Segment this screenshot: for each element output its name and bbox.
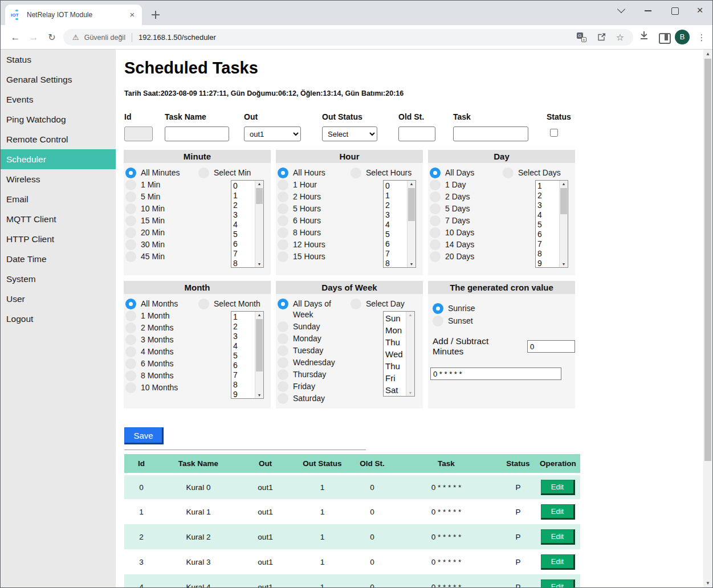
radio-option[interactable]: 14 Days xyxy=(430,239,474,250)
radio-option[interactable]: 45 Min xyxy=(125,251,180,262)
radio-option[interactable]: 5 Min xyxy=(125,191,180,202)
radio-unselected[interactable] xyxy=(125,382,136,393)
scroll-down-icon[interactable]: ▼ xyxy=(703,581,712,586)
list-option[interactable]: 2 xyxy=(537,191,559,201)
radio-option[interactable]: All Days xyxy=(430,168,474,178)
list-option[interactable]: 7 xyxy=(385,249,407,259)
radio-unselected[interactable] xyxy=(125,215,136,226)
radio-option[interactable]: 10 Days xyxy=(430,227,474,238)
minutes-input[interactable] xyxy=(527,340,575,353)
radio-option[interactable]: Saturday xyxy=(278,393,349,404)
list-scrollbar-thumb[interactable] xyxy=(256,319,263,371)
radio-option[interactable]: 6 Hours xyxy=(278,215,325,226)
radio-selected[interactable] xyxy=(125,168,136,178)
edit-button[interactable]: Edit xyxy=(541,579,575,588)
list-option[interactable]: 1 xyxy=(385,191,407,201)
list-scrollbar-thumb[interactable] xyxy=(256,188,263,204)
radio-selected[interactable] xyxy=(278,299,288,309)
list-option[interactable]: 1 xyxy=(233,191,255,201)
radio-option[interactable]: 5 Hours xyxy=(278,203,325,214)
list-option[interactable]: 0 xyxy=(233,181,255,191)
radio-unselected[interactable] xyxy=(125,191,136,202)
list-option[interactable]: Fri xyxy=(385,372,406,384)
sidebar-item-wireless[interactable]: Wireless xyxy=(1,169,116,189)
old-st-field[interactable] xyxy=(398,126,435,141)
radio-unselected[interactable] xyxy=(278,369,288,380)
list-option[interactable]: Sat xyxy=(385,384,406,396)
status-checkbox[interactable] xyxy=(550,129,558,137)
list-option[interactable]: 3 xyxy=(385,210,407,220)
new-tab-icon[interactable] xyxy=(149,8,162,22)
scroll-up-icon[interactable]: ▲ xyxy=(703,51,712,56)
list-scrollbar-thumb[interactable] xyxy=(560,188,567,214)
downloads-icon[interactable] xyxy=(638,30,654,46)
list-option[interactable]: 2 xyxy=(233,201,255,210)
list-option[interactable]: 9 xyxy=(537,259,559,267)
list-option[interactable]: 6 xyxy=(537,230,559,239)
radio-option[interactable]: 10 Min xyxy=(125,203,180,214)
radio-option[interactable]: 12 Hours xyxy=(278,239,325,250)
radio-option[interactable]: All Days of Week xyxy=(278,299,349,320)
radio-option[interactable]: 10 Months xyxy=(125,382,178,393)
radio-option[interactable]: All Months xyxy=(125,299,178,309)
multi-select-list[interactable]: 12345678910 xyxy=(535,180,568,268)
radio-option[interactable]: 5 Days xyxy=(430,203,474,214)
radio-unselected[interactable] xyxy=(430,191,441,202)
radio-option[interactable]: 15 Hours xyxy=(278,251,325,262)
radio-option[interactable]: 20 Min xyxy=(125,227,180,238)
list-option[interactable]: 6 xyxy=(385,239,407,249)
list-scrollbar[interactable] xyxy=(406,312,414,396)
radio-unselected[interactable] xyxy=(351,168,361,178)
radio-option[interactable]: Thursday xyxy=(278,369,349,380)
radio-option[interactable]: 2 Hours xyxy=(278,191,325,202)
sidebar-item-status[interactable]: Status xyxy=(1,50,116,70)
radio-option[interactable]: 6 Months xyxy=(125,358,178,369)
radio-unselected[interactable] xyxy=(125,370,136,381)
list-option[interactable]: 8 xyxy=(233,259,255,267)
list-option[interactable]: 4 xyxy=(385,220,407,230)
sidebar-item-logout[interactable]: Logout xyxy=(1,309,116,329)
radio-option[interactable]: 1 Day xyxy=(430,179,474,190)
select-mode-radio-option[interactable]: Select Day xyxy=(351,299,405,309)
list-option[interactable]: 1 xyxy=(537,181,559,191)
radio-unselected[interactable] xyxy=(125,239,136,250)
radio-unselected[interactable] xyxy=(278,381,288,392)
sidebar-item-http-client[interactable]: HTTP Client xyxy=(1,229,116,249)
radio-option[interactable]: Friday xyxy=(278,381,349,392)
list-option[interactable]: 4 xyxy=(537,210,559,220)
list-option[interactable]: 0 xyxy=(385,181,407,191)
sunset-radio-option[interactable]: Sunset xyxy=(433,316,473,326)
radio-option[interactable]: 15 Min xyxy=(125,215,180,226)
reload-icon[interactable]: ↻ xyxy=(44,30,60,46)
radio-unselected[interactable] xyxy=(125,311,136,321)
list-option[interactable]: 1 xyxy=(233,312,255,322)
list-scrollbar[interactable] xyxy=(407,181,415,267)
list-scrollbar[interactable] xyxy=(559,181,568,267)
edit-button[interactable]: Edit xyxy=(541,480,575,495)
radio-option[interactable]: 8 Hours xyxy=(278,227,325,238)
translate-icon[interactable] xyxy=(577,32,586,42)
list-scrollbar-thumb[interactable] xyxy=(408,188,415,221)
radio-unselected[interactable] xyxy=(125,334,136,345)
sidebar-item-events[interactable]: Events xyxy=(1,89,116,109)
sidebar-item-scheduler[interactable]: Scheduler xyxy=(1,149,116,169)
cron-value-input[interactable] xyxy=(430,368,561,380)
radio-unselected[interactable] xyxy=(278,179,288,190)
list-option[interactable]: 8 xyxy=(385,259,407,267)
scrollbar-thumb[interactable] xyxy=(704,59,711,461)
radio-option[interactable]: 20 Days xyxy=(430,251,474,262)
sidebar-item-email[interactable]: Email xyxy=(1,189,116,209)
radio-option[interactable]: 7 Days xyxy=(430,215,474,226)
radio-unselected[interactable] xyxy=(430,215,441,226)
select-mode-radio-option[interactable]: Select Hours xyxy=(351,168,411,178)
sidebar-item-mqtt-client[interactable]: MQTT Client xyxy=(1,209,116,229)
list-option[interactable]: 5 xyxy=(537,220,559,230)
security-label[interactable]: Güvenli değil xyxy=(84,34,125,42)
radio-unselected[interactable] xyxy=(430,227,441,238)
profile-avatar[interactable]: B xyxy=(675,30,690,44)
sidebar-item-user[interactable]: User xyxy=(1,289,116,309)
multi-select-list[interactable]: 0123456789 xyxy=(383,180,416,268)
radio-option[interactable]: 1 Month xyxy=(125,311,178,321)
multi-select-list[interactable]: 0123456789 xyxy=(231,180,264,268)
radio-unselected[interactable] xyxy=(278,191,288,202)
